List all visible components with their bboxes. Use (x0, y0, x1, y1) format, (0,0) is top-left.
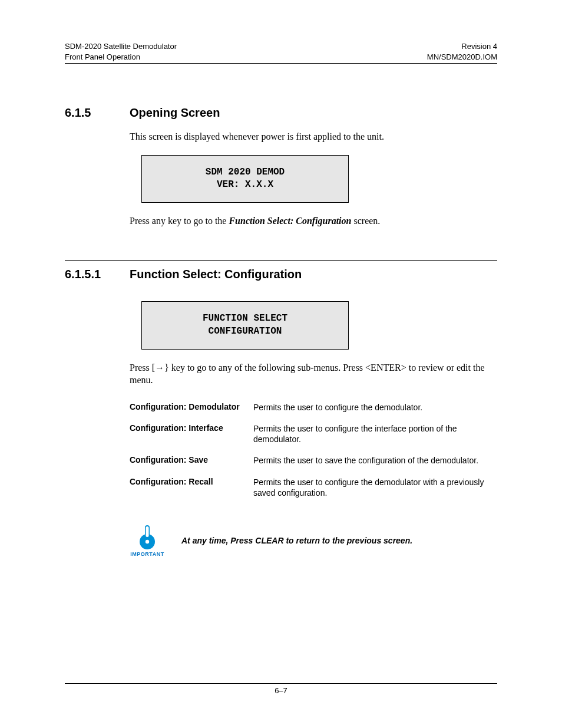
configuration-table: Configuration: Demodulator Permits the u… (130, 402, 497, 498)
header-right: Revision 4 MN/SDM2020D.IOM (427, 41, 497, 62)
text-fragment: Press any key to go to the (130, 216, 229, 226)
config-description: Permits the user to configure the interf… (253, 423, 497, 444)
section-title: Opening Screen (130, 106, 220, 120)
important-text: At any time, Press CLEAR to return to th… (181, 536, 412, 545)
table-row: Configuration: Interface Permits the use… (130, 423, 497, 444)
header-product: SDM-2020 Satellite Demodulator (65, 42, 177, 51)
important-icon: IMPORTANT (130, 524, 165, 557)
important-label: IMPORTANT (130, 551, 164, 557)
table-row: Configuration: Save Permits the user to … (130, 455, 497, 466)
lcd-line: CONFIGURATION (209, 326, 282, 337)
arrow-right-icon: → (155, 363, 164, 373)
header-revision: Revision 4 (461, 42, 497, 51)
config-label: Configuration: Save (130, 455, 253, 466)
text-fragment: } key to go to any of the following sub-… (130, 363, 485, 386)
text-fragment: Press [ (130, 363, 155, 373)
config-description: Permits the user to save the configurati… (253, 455, 497, 466)
section-followup: Press any key to go to the Function Sele… (130, 215, 497, 228)
header-chapter: Front Panel Operation (65, 52, 140, 61)
subsection-instruction: Press [→} key to go to any of the follow… (130, 361, 497, 387)
header-docid: MN/SDM2020D.IOM (427, 52, 497, 61)
lcd-line: VER: X.X.X (217, 179, 273, 190)
screen-name: Function Select: Configuration (229, 216, 351, 226)
config-description: Permits the user to configure the demodu… (253, 402, 497, 413)
subsection-number: 6.1.5.1 (65, 268, 130, 281)
page: SDM-2020 Satellite Demodulator Front Pan… (0, 0, 562, 728)
important-note: IMPORTANT At any time, Press CLEAR to re… (130, 524, 497, 557)
subsection-heading: 6.1.5.1 Function Select: Configuration (65, 268, 497, 281)
svg-rect-2 (146, 526, 149, 537)
config-description: Permits the user to configure the demodu… (253, 477, 497, 498)
header-left: SDM-2020 Satellite Demodulator Front Pan… (65, 41, 177, 62)
page-footer: 6–7 (65, 683, 497, 695)
config-label: Configuration: Interface (130, 423, 253, 444)
text-fragment: screen. (351, 216, 380, 226)
section-rule (65, 260, 497, 264)
svg-point-3 (146, 540, 149, 543)
subsection-title: Function Select: Configuration (130, 268, 302, 281)
config-label: Configuration: Demodulator (130, 402, 253, 413)
section-number: 6.1.5 (65, 106, 130, 120)
lcd-line: FUNCTION SELECT (203, 313, 287, 324)
section-intro: This screen is displayed whenever power … (130, 130, 497, 143)
lcd-display-opening: SDM 2020 DEMOD VER: X.X.X (141, 155, 349, 203)
lcd-line: SDM 2020 DEMOD (206, 167, 285, 177)
page-number: 6–7 (275, 686, 287, 695)
config-label: Configuration: Recall (130, 477, 253, 498)
page-header: SDM-2020 Satellite Demodulator Front Pan… (65, 41, 497, 64)
table-row: Configuration: Demodulator Permits the u… (130, 402, 497, 413)
table-row: Configuration: Recall Permits the user t… (130, 477, 497, 498)
section-heading: 6.1.5 Opening Screen (65, 106, 497, 120)
lcd-display-function-select: FUNCTION SELECT CONFIGURATION (141, 301, 349, 349)
